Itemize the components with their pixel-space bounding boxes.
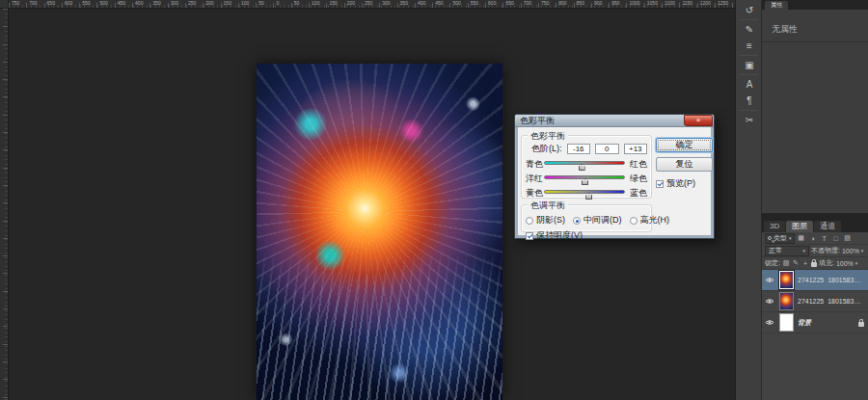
- close-icon[interactable]: ×: [684, 115, 713, 126]
- clone-source-icon[interactable]: ▣: [736, 57, 763, 73]
- horizontal-ruler: 7507006506005505004504003503002502001501…: [9, 0, 735, 9]
- tab-channels[interactable]: 通道: [814, 221, 841, 232]
- ruler-label: 350: [152, 0, 160, 6]
- layer-name[interactable]: 2741225_180158335000_2: [798, 298, 864, 305]
- ruler-label: 1050: [647, 0, 658, 6]
- tab-layers[interactable]: 图层: [786, 221, 813, 232]
- ruler-label: 100: [312, 0, 319, 6]
- ruler-label: 450: [118, 0, 125, 6]
- ruler-corner: [0, 0, 9, 9]
- filter-adjustment-icon[interactable]: ◑: [808, 235, 818, 242]
- chevron-down-icon[interactable]: ▾: [861, 248, 864, 253]
- ruler-label: 100: [241, 0, 249, 6]
- ruler-label: 400: [135, 0, 143, 6]
- ruler-label: 1150: [682, 0, 692, 6]
- dock-divider: [739, 55, 758, 56]
- visibility-eye-icon[interactable]: [764, 319, 775, 326]
- lock-all-icon[interactable]: [811, 262, 817, 267]
- layer-thumbnail[interactable]: [779, 292, 794, 310]
- brush-panel-icon[interactable]: ✎: [736, 21, 763, 38]
- cyan-red-slider[interactable]: [544, 157, 625, 171]
- filter-kind-label: 类型: [773, 233, 787, 243]
- slider-right-label: 绿色: [630, 173, 647, 185]
- notes-icon[interactable]: ✂: [736, 112, 763, 128]
- ruler-label: 650: [505, 0, 513, 6]
- layer-thumbnail[interactable]: [779, 313, 794, 332]
- lock-position-icon[interactable]: +: [801, 260, 809, 267]
- level-input-3[interactable]: +13: [624, 144, 648, 154]
- filter-kind-dropdown[interactable]: 类型 ▾: [765, 233, 795, 244]
- layer-row[interactable]: 2741225_180158335000_2 …: [762, 270, 868, 291]
- ruler-label: 300: [382, 0, 390, 6]
- tool-presets-icon[interactable]: ≡: [736, 38, 763, 54]
- ruler-label: 550: [471, 0, 478, 6]
- lock-pixels-icon[interactable]: ✎: [792, 259, 800, 267]
- checkbox-icon[interactable]: [656, 180, 664, 188]
- chevron-down-icon: ▾: [802, 248, 805, 253]
- vertical-ruler: [0, 9, 9, 400]
- ruler-label: 350: [400, 0, 408, 6]
- magenta-green-slider[interactable]: [544, 172, 625, 185]
- reset-button[interactable]: 复位: [656, 157, 713, 172]
- document-image[interactable]: [257, 64, 502, 400]
- slider-thumb[interactable]: [582, 178, 588, 185]
- midtones-radio[interactable]: 中间调(D): [573, 214, 622, 227]
- lock-transparency-icon[interactable]: ▨: [782, 259, 790, 267]
- filter-pixel-icon[interactable]: ▦: [797, 234, 806, 242]
- ruler-label: 800: [558, 0, 566, 6]
- filter-shape-icon[interactable]: □: [831, 235, 841, 242]
- tab-3d[interactable]: 3D: [764, 221, 785, 232]
- dock-divider: [739, 74, 758, 75]
- layer-thumbnail[interactable]: [779, 271, 794, 289]
- paragraph-panel-icon[interactable]: ¶: [736, 93, 763, 109]
- level-input-1[interactable]: -16: [567, 144, 591, 154]
- blend-mode-row: 正常 ▾ 不透明度: 100% ▾: [762, 245, 868, 257]
- properties-panel: 无属性: [762, 10, 868, 214]
- chevron-down-icon[interactable]: ▾: [855, 260, 858, 266]
- character-panel-icon[interactable]: A: [736, 76, 763, 93]
- shadows-radio[interactable]: 阴影(S): [526, 214, 565, 227]
- preview-checkbox[interactable]: 预览(P): [656, 177, 695, 190]
- radio-label: 中间调(D): [583, 214, 622, 227]
- preserve-luminosity-checkbox[interactable]: 保持明度(V): [526, 229, 651, 242]
- ruler-label: 1200: [700, 0, 711, 6]
- layer-name[interactable]: 背景: [798, 318, 854, 328]
- tab-properties[interactable]: 属性: [765, 1, 788, 10]
- dialog-titlebar[interactable]: 色彩平衡 ×: [515, 115, 714, 127]
- color-balance-dialog[interactable]: 色彩平衡 × 色彩平衡 色阶(L): -16 0 +13 青色 红: [514, 114, 715, 239]
- ruler-label: 750: [541, 0, 549, 6]
- radio-icon[interactable]: [573, 217, 581, 225]
- slider-thumb[interactable]: [579, 164, 585, 171]
- slider-right-label: 红色: [630, 158, 647, 171]
- checkbox-icon[interactable]: [526, 232, 533, 240]
- dock-divider: [739, 110, 758, 111]
- visibility-eye-icon[interactable]: [764, 277, 775, 283]
- fill-value[interactable]: 100%: [836, 260, 854, 267]
- opacity-value[interactable]: 100%: [842, 248, 859, 254]
- level-input-2[interactable]: 0: [595, 144, 619, 154]
- magenta-green-slider-row: 洋红 绿色: [526, 172, 647, 185]
- blend-mode-dropdown[interactable]: 正常 ▾: [765, 246, 809, 256]
- radio-icon[interactable]: [526, 217, 533, 225]
- ruler-label: 600: [65, 0, 72, 6]
- filter-smart-object-icon[interactable]: ▨: [843, 234, 853, 242]
- ruler-label: 500: [100, 0, 108, 6]
- filter-type-icon[interactable]: T: [820, 235, 829, 242]
- lock-row: 锁定: ▨ ✎ + 填充: 100% ▾: [762, 257, 868, 270]
- history-icon[interactable]: ↺: [736, 2, 763, 18]
- layer-row-background[interactable]: 背景: [762, 312, 868, 333]
- yellow-blue-slider[interactable]: [544, 186, 625, 200]
- fill-label: 填充:: [819, 258, 834, 268]
- ruler-label: 1250: [718, 0, 728, 6]
- ruler-label: 200: [205, 0, 213, 6]
- layer-row[interactable]: 2741225_180158335000_2: [762, 291, 868, 312]
- slider-thumb[interactable]: [585, 193, 592, 200]
- layer-name[interactable]: 2741225_180158335000_2 …: [798, 277, 864, 283]
- ok-button[interactable]: 确定: [656, 138, 713, 152]
- dialog-body: 色彩平衡 色阶(L): -16 0 +13 青色 红色 洋红: [518, 127, 711, 235]
- highlights-radio[interactable]: 高光(H): [630, 214, 670, 227]
- visibility-eye-icon[interactable]: [764, 298, 775, 305]
- slider-track: [544, 161, 625, 165]
- ruler-label: 450: [435, 0, 443, 6]
- radio-icon[interactable]: [630, 217, 637, 225]
